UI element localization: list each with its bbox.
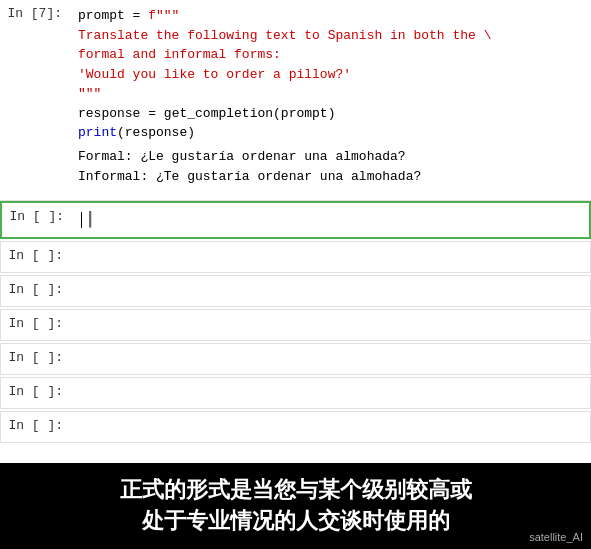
empty-cell-label-1: In [ ]: — [1, 242, 71, 272]
code-line-2: Translate the following text to Spanish … — [78, 26, 583, 46]
cursor-arrow-icon: ┃ — [86, 210, 94, 231]
notebook-container: In [7]: prompt = f""" Translate the foll… — [0, 0, 591, 549]
code-line-1: prompt = f""" — [78, 6, 583, 26]
empty-cell-2[interactable]: In [ ]: — [0, 275, 591, 307]
empty-cell-label-5: In [ ]: — [1, 378, 71, 408]
code-line-3: formal and informal forms: — [78, 45, 583, 65]
cell-output: Formal: ¿Le gustaría ordenar una almohad… — [78, 143, 583, 195]
cursor-line: ┃ — [80, 209, 581, 231]
empty-cell-label-3: In [ ]: — [1, 310, 71, 340]
watermark-text: satellite_AI — [529, 530, 583, 545]
empty-cell-label-6: In [ ]: — [1, 412, 71, 442]
empty-cell-content-2[interactable] — [71, 276, 590, 306]
active-cell-label: In [ ]: — [2, 203, 72, 237]
empty-cell-3[interactable]: In [ ]: — [0, 309, 591, 341]
text-cursor — [81, 212, 82, 228]
banner-line-1: 正式的形式是当您与某个级别较高或 — [16, 475, 575, 506]
code-line-4: 'Would you like to order a pillow?' — [78, 65, 583, 85]
output-line-2: Informal: ¿Te gustaría ordenar una almoh… — [78, 167, 583, 188]
empty-cell-label-4: In [ ]: — [1, 344, 71, 374]
empty-cell-content-6[interactable] — [71, 412, 590, 442]
code-token: prompt — [78, 8, 125, 23]
empty-cell-content-3[interactable] — [71, 310, 590, 340]
code-cell-7: In [7]: prompt = f""" Translate the foll… — [0, 0, 591, 201]
code-line-5: """ — [78, 84, 583, 104]
bottom-banner: 正式的形式是当您与某个级别较高或 处于专业情况的人交谈时使用的 satellit… — [0, 463, 591, 549]
empty-cell-content-5[interactable] — [71, 378, 590, 408]
active-cell-content[interactable]: ┃ — [72, 203, 589, 237]
banner-line-2: 处于专业情况的人交谈时使用的 — [16, 506, 575, 537]
code-line-7: print(response) — [78, 123, 583, 143]
output-line-1: Formal: ¿Le gustaría ordenar una almohad… — [78, 147, 583, 168]
cell-content-7: prompt = f""" Translate the following te… — [70, 0, 591, 200]
empty-cell-4[interactable]: In [ ]: — [0, 343, 591, 375]
empty-cell-1[interactable]: In [ ]: — [0, 241, 591, 273]
empty-cell-content-4[interactable] — [71, 344, 590, 374]
empty-cell-label-2: In [ ]: — [1, 276, 71, 306]
active-input-cell[interactable]: In [ ]: ┃ — [0, 201, 591, 239]
empty-cell-content-1[interactable] — [71, 242, 590, 272]
cell-label-7: In [7]: — [0, 0, 70, 200]
empty-cell-6[interactable]: In [ ]: — [0, 411, 591, 443]
empty-cell-5[interactable]: In [ ]: — [0, 377, 591, 409]
code-line-6: response = get_completion(prompt) — [78, 104, 583, 124]
